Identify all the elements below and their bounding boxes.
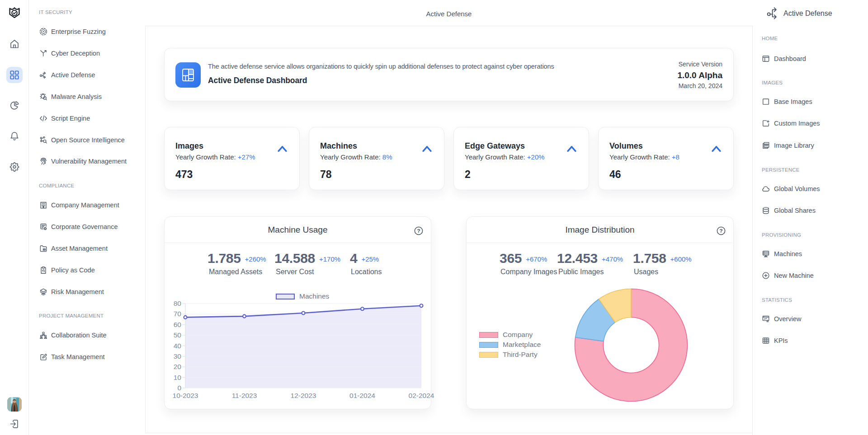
svg-text:0: 0 [177,384,181,392]
svg-text:20: 20 [174,363,182,370]
svg-text:50: 50 [174,331,182,339]
svg-text:60: 60 [174,321,182,328]
svg-text:40: 40 [174,342,182,350]
svg-text:02-2024: 02-2024 [409,392,434,399]
svg-text:11-2023: 11-2023 [232,392,257,399]
svg-text:70: 70 [174,310,182,318]
svg-text:01-2024: 01-2024 [349,392,375,399]
svg-text:10-2023: 10-2023 [173,392,198,399]
svg-text:80: 80 [174,299,182,307]
svg-text:10: 10 [174,374,182,381]
svg-text:12-2023: 12-2023 [291,392,316,399]
svg-text:30: 30 [174,352,182,360]
